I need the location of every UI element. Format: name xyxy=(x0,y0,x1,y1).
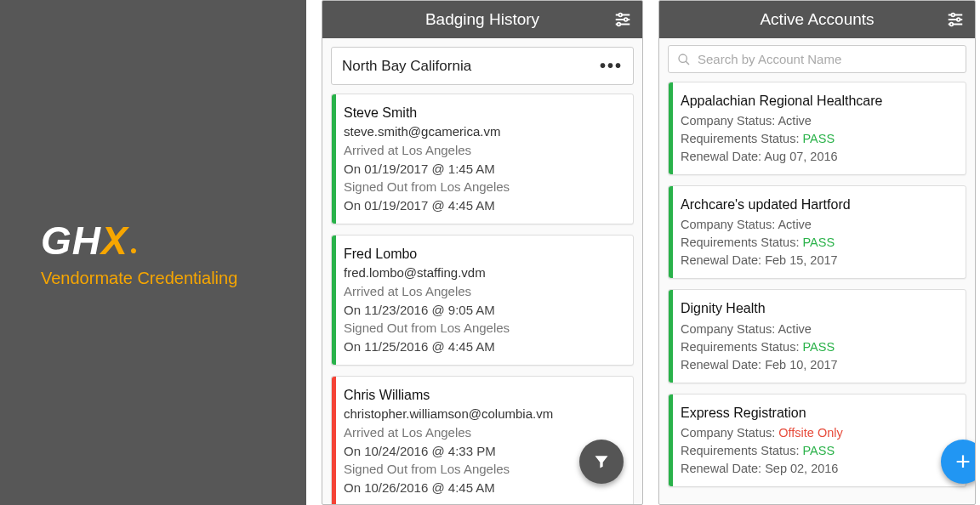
account-company: Company Status: Active xyxy=(681,112,955,130)
card-email: christopher.williamson@columbia.vm xyxy=(344,405,623,423)
brand-panel: GHX ● Vendormate Credentialing xyxy=(0,0,306,505)
search-icon xyxy=(677,53,691,66)
label: Renewal Date: xyxy=(681,253,765,267)
card-name: Chris Williams xyxy=(344,385,623,405)
label: Requirements Status: xyxy=(681,444,802,457)
value: PASS xyxy=(802,235,835,249)
label: Requirements Status: xyxy=(681,235,802,249)
more-icon[interactable]: ••• xyxy=(600,56,623,76)
account-renew: Renewal Date: Sep 02, 2016 xyxy=(681,460,955,478)
value: Active xyxy=(778,322,812,336)
badging-card[interactable]: Fred Lombofred.lombo@staffing.vdmArrived… xyxy=(331,235,634,366)
card-signed-time: On 01/19/2017 @ 4:45 AM xyxy=(344,196,623,215)
svg-point-1 xyxy=(618,14,622,17)
svg-point-7 xyxy=(951,14,954,17)
badging-card[interactable]: Steve Smithsteve.smith@gcamerica.vmArriv… xyxy=(331,94,634,224)
status-bar xyxy=(332,94,336,224)
svg-point-11 xyxy=(950,23,954,26)
account-req: Requirements Status: PASS xyxy=(681,442,955,460)
card-arrived-label: Arrived at Los Angeles xyxy=(344,423,623,442)
label: Requirements Status: xyxy=(681,132,802,145)
svg-point-5 xyxy=(618,23,621,26)
location-text: North Bay California xyxy=(342,58,471,75)
settings-icon[interactable] xyxy=(613,1,632,38)
status-bar xyxy=(332,235,336,365)
logo-gh: GH xyxy=(41,218,101,263)
account-search[interactable] xyxy=(668,45,966,73)
value: Aug 07, 2016 xyxy=(764,150,837,163)
active-accounts-screen: Active Accounts Appalachian Regional Hea… xyxy=(658,0,976,505)
label: Renewal Date: xyxy=(681,358,765,372)
value: Offsite Only xyxy=(778,426,842,440)
search-input[interactable] xyxy=(698,52,957,66)
account-name: Archcare's updated Hartford xyxy=(681,195,955,214)
account-name: Appalachian Regional Healthcare xyxy=(681,91,955,111)
location-selector[interactable]: North Bay California ••• xyxy=(331,47,634,85)
account-name: Dignity Health xyxy=(681,298,955,318)
badging-card[interactable]: Chris Williamschristopher.williamson@col… xyxy=(331,376,634,504)
appbar: Badging History xyxy=(322,1,642,38)
filter-icon xyxy=(593,453,610,470)
account-renew: Renewal Date: Feb 15, 2017 xyxy=(681,252,955,270)
card-signed-time: On 10/26/2016 @ 4:45 AM xyxy=(344,479,623,497)
ghx-logo: GHX ● xyxy=(41,218,137,264)
card-email: fred.lombo@staffing.vdm xyxy=(344,264,623,282)
status-bar xyxy=(669,186,673,278)
account-card[interactable]: Dignity HealthCompany Status: ActiveRequ… xyxy=(668,289,966,383)
value: Feb 10, 2017 xyxy=(765,358,837,372)
account-renew: Renewal Date: Aug 07, 2016 xyxy=(681,148,955,166)
card-signed-label: Signed Out from Los Angeles xyxy=(344,178,623,196)
logo-x: X xyxy=(101,218,128,263)
card-arrived-label: Arrived at Los Angeles xyxy=(344,141,623,160)
account-renew: Renewal Date: Feb 10, 2017 xyxy=(681,356,955,374)
value: Active xyxy=(778,114,812,128)
card-arrived-time: On 11/23/2016 @ 9:05 AM xyxy=(344,301,623,320)
card-signed-time: On 11/25/2016 @ 4:45 AM xyxy=(344,338,623,356)
card-name: Fred Lombo xyxy=(344,244,623,264)
svg-point-3 xyxy=(624,18,628,21)
account-req: Requirements Status: PASS xyxy=(681,130,955,148)
badging-history-screen: Badging History North Bay California •••… xyxy=(322,0,643,505)
account-req: Requirements Status: PASS xyxy=(681,338,955,356)
status-bar xyxy=(669,394,673,486)
logo-dot-icon: ● xyxy=(130,243,137,257)
account-card[interactable]: Appalachian Regional HealthcareCompany S… xyxy=(668,82,966,175)
value: Feb 15, 2017 xyxy=(765,253,837,267)
label: Requirements Status: xyxy=(681,340,802,354)
card-signed-label: Signed Out from Los Angeles xyxy=(344,319,623,338)
label: Renewal Date: xyxy=(681,462,765,475)
value: Active xyxy=(778,218,812,231)
accounts-list[interactable]: Appalachian Regional HealthcareCompany S… xyxy=(659,78,975,504)
appbar: Active Accounts xyxy=(659,1,975,38)
appbar-title: Badging History xyxy=(425,10,539,29)
label: Renewal Date: xyxy=(681,150,764,163)
account-card[interactable]: Express RegistrationCompany Status: Offs… xyxy=(668,394,966,487)
filter-fab[interactable] xyxy=(579,440,624,484)
account-req: Requirements Status: PASS xyxy=(681,234,955,252)
value: PASS xyxy=(802,132,835,145)
account-company: Company Status: Active xyxy=(681,321,955,338)
card-arrived-time: On 01/19/2017 @ 1:45 AM xyxy=(344,160,623,179)
value: Sep 02, 2016 xyxy=(765,462,838,475)
label: Company Status: xyxy=(681,218,778,231)
card-arrived-label: Arrived at Los Angeles xyxy=(344,282,623,301)
account-company: Company Status: Offsite Only xyxy=(681,424,955,442)
svg-point-9 xyxy=(957,18,960,21)
label: Company Status: xyxy=(681,322,778,336)
appbar-title: Active Accounts xyxy=(760,10,874,29)
label: Company Status: xyxy=(681,114,778,128)
value: PASS xyxy=(802,340,835,354)
brand-subtitle: Vendormate Credentialing xyxy=(41,269,237,288)
status-bar xyxy=(332,377,336,504)
settings-icon[interactable] xyxy=(946,1,965,38)
svg-line-13 xyxy=(686,61,689,65)
value: PASS xyxy=(802,444,835,457)
label: Company Status: xyxy=(681,426,778,440)
card-email: steve.smith@gcamerica.vm xyxy=(344,122,623,141)
status-bar xyxy=(669,82,673,174)
status-bar xyxy=(669,290,673,382)
account-name: Express Registration xyxy=(681,403,955,423)
svg-point-12 xyxy=(679,54,687,62)
account-card[interactable]: Archcare's updated HartfordCompany Statu… xyxy=(668,185,966,279)
account-company: Company Status: Active xyxy=(681,216,955,234)
